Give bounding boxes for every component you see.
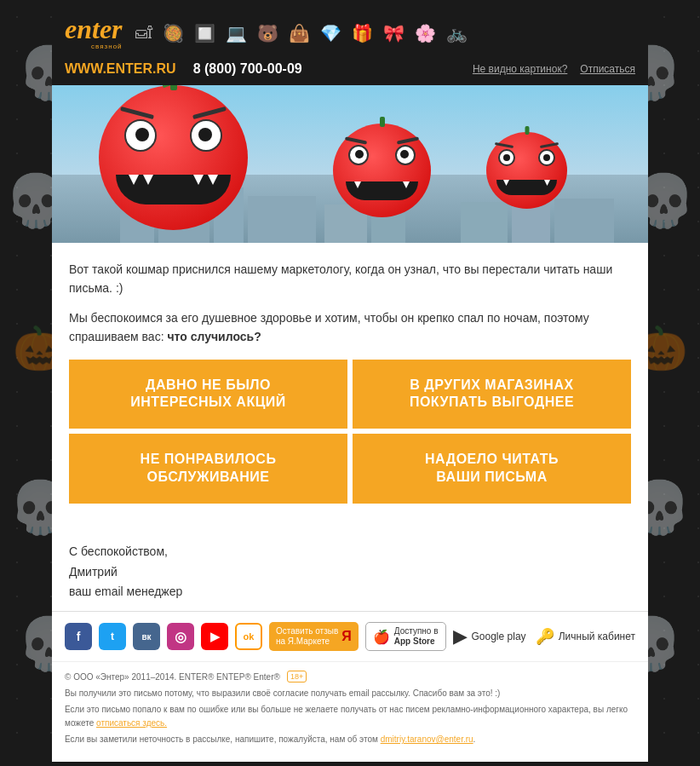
unsubscribe-here-link[interactable]: отписаться здесь.: [96, 718, 167, 728]
legal-para1: Вы получили это письмо потому, что выраз…: [65, 687, 635, 700]
gplay-text: Google play: [472, 631, 526, 642]
yandex-logo-icon: Я: [341, 629, 352, 644]
tomato-small: [486, 132, 567, 209]
unsubscribe-link[interactable]: Отписаться: [580, 63, 635, 75]
nav-icon-bag[interactable]: 👜: [289, 23, 310, 43]
nav-icon-toy[interactable]: 🐻: [257, 23, 278, 43]
appstore-badge[interactable]: 🍎 Доступно вApp Store: [365, 622, 446, 651]
nav-icon-pot[interactable]: 🥘: [163, 23, 184, 43]
header-links: Не видно картинок? Отписаться: [473, 63, 635, 75]
signature-line3: ваш email менеджер: [69, 582, 631, 602]
footer-social: f t вк ◎ ▶ ok Оставить отзывна Я.Маркете…: [65, 622, 635, 651]
nav-icon-gift[interactable]: 🎁: [352, 23, 373, 43]
btn-tired-emails[interactable]: НАДОЕЛО ЧИТАТЬВАШИ ПИСЬМА: [353, 434, 631, 504]
copyright-row: © ООО «Энтер» 2011–2014. ENTER® ENTEP® E…: [65, 671, 635, 682]
apple-icon: 🍎: [373, 629, 390, 645]
header-contact-row: WWW.ENTER.RU 8 (800) 700-00-09 Не видно …: [52, 57, 648, 85]
logo-enter: enter: [65, 15, 123, 43]
copyright-text: © ООО «Энтер» 2011–2014. ENTER® ENTEP® E…: [65, 672, 280, 682]
instagram-icon[interactable]: ◎: [167, 623, 194, 650]
nav-icon-jewel[interactable]: 💎: [320, 23, 341, 43]
content-para1: Вот такой кошмар приснился нашему маркет…: [69, 260, 631, 298]
header: enter связной 🛋 🥘 🔲 💻 🐻 👜 💎 🎁 🎀 🌸 🚲: [52, 9, 648, 57]
nav-icons: 🛋 🥘 🔲 💻 🐻 👜 💎 🎁 🎀 🌸 🚲: [135, 23, 468, 43]
legal-para2: Если это письмо попало к вам по ошибке и…: [65, 703, 635, 730]
key-icon: 🔑: [536, 627, 554, 646]
odnoklassniki-icon[interactable]: ok: [235, 623, 262, 650]
signature: С беспокойством, Дмитрий ваш email менед…: [52, 529, 648, 611]
nav-icon-laptop[interactable]: 💻: [226, 23, 247, 43]
signature-line1: С беспокойством,: [69, 542, 631, 562]
gplay-icon: ▶: [453, 625, 468, 648]
youtube-icon[interactable]: ▶: [201, 623, 228, 650]
header-contact: WWW.ENTER.RU 8 (800) 700-00-09: [65, 61, 302, 77]
btn-no-deals[interactable]: ДАВНО НЕ БЫЛОИНТЕРЕСНЫХ АКЦИЙ: [69, 360, 347, 429]
content-area: Вот такой кошмар приснился нашему маркет…: [52, 243, 648, 529]
tomato-mid: [333, 124, 431, 217]
buttons-grid: ДАВНО НЕ БЫЛОИНТЕРЕСНЫХ АКЦИЙ В ДРУГИХ М…: [69, 360, 631, 504]
phone-number: 8 (800) 700-00-09: [193, 61, 302, 77]
personal-account-badge[interactable]: 🔑 Личный кабинет: [536, 627, 635, 646]
gplay-badge[interactable]: ▶ Google play: [453, 625, 526, 648]
btn-cheaper-elsewhere[interactable]: В ДРУГИХ МАГАЗИНАХПОКУПАТЬ ВЫГОДНЕЕ: [353, 360, 631, 429]
no-images-link[interactable]: Не видно картинок?: [473, 63, 567, 75]
vk-icon[interactable]: вк: [133, 623, 160, 650]
yandex-market-badge[interactable]: Оставить отзывна Я.Маркете Я: [269, 622, 359, 651]
tomato-big: [99, 85, 248, 230]
yandex-badge-text: Оставить отзывна Я.Маркете: [276, 626, 338, 647]
nav-icon-sofa[interactable]: 🛋: [135, 23, 152, 43]
legal-para3: Если вы заметили неточность в рассылке, …: [65, 733, 635, 746]
nav-icon-washer[interactable]: 🔲: [194, 23, 215, 43]
lk-text: Личный кабинет: [559, 631, 635, 642]
header-left: enter связной 🛋 🥘 🔲 💻 🐻 👜 💎 🎁 🎀 🌸 🚲: [65, 15, 468, 50]
logo-block: enter связной: [65, 15, 123, 50]
appstore-text: Доступно вApp Store: [394, 626, 439, 647]
nav-icon-bike[interactable]: 🚲: [446, 23, 468, 43]
nav-icon-sports[interactable]: 🎀: [383, 23, 405, 43]
eye-right-big: [190, 119, 222, 152]
footer-legal: © ООО «Энтер» 2011–2014. ENTER® ENTEP® E…: [52, 661, 648, 762]
twitter-icon[interactable]: t: [99, 623, 126, 650]
nav-icon-flowers[interactable]: 🌸: [415, 23, 436, 43]
email-contact-link[interactable]: dmitriy.taranov@enter.ru: [381, 734, 473, 744]
site-url-link[interactable]: WWW.ENTER.RU: [65, 61, 176, 77]
mouth-big: [116, 175, 231, 204]
signature-line2: Дмитрий: [69, 562, 631, 583]
content-para2: Мы беспокоимся за его душевное здоровье …: [69, 308, 631, 347]
email-container: enter связной 🛋 🥘 🔲 💻 🐻 👜 💎 🎁 🎀 🌸 🚲 WWW.…: [52, 9, 648, 762]
facebook-icon[interactable]: f: [65, 623, 92, 650]
age-badge: 18+: [287, 671, 307, 682]
logo-svyaznoy: связной: [91, 43, 123, 50]
footer-social-row: f t вк ◎ ▶ ok Оставить отзывна Я.Маркете…: [52, 611, 648, 661]
eye-left-big: [124, 119, 157, 152]
btn-bad-service[interactable]: НЕ ПОНРАВИЛОСЬОБСЛУЖИВАНИЕ: [69, 434, 347, 504]
content-para2-bold: что случилось?: [167, 330, 261, 343]
hero-image: [52, 85, 648, 243]
content-para2-start: Мы беспокоимся за его душевное здоровье …: [69, 311, 589, 343]
